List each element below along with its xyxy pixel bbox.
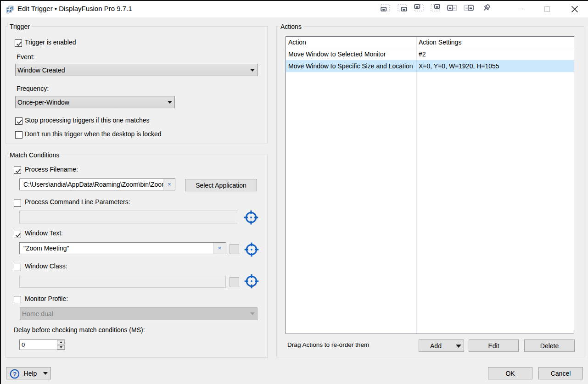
svg-text:?: ? bbox=[13, 370, 17, 377]
